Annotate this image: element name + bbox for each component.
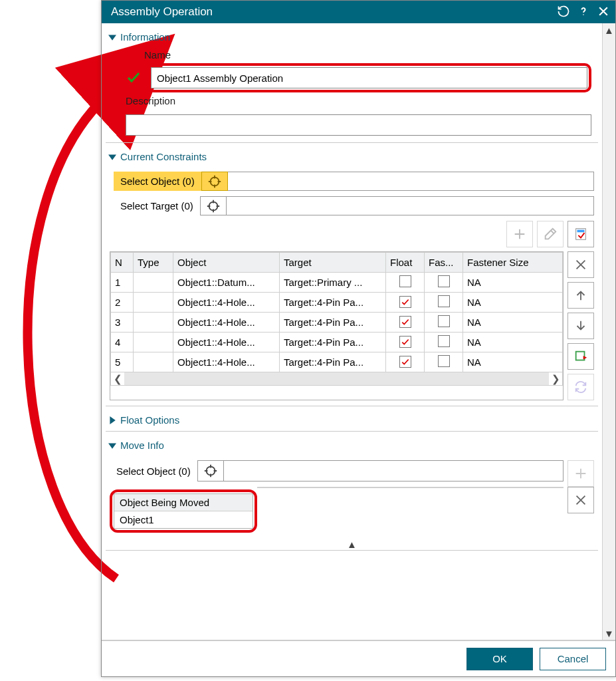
float-checkbox[interactable]	[399, 356, 411, 368]
float-checkbox[interactable]	[399, 316, 411, 328]
constraints-table[interactable]: N Type Object Target Float Fas... Fasten…	[110, 251, 564, 400]
object-being-moved-value[interactable]: Object1	[114, 511, 253, 528]
assembly-operation-dialog: Assembly Operation Information Name	[101, 0, 616, 677]
section-title: Current Constraints	[120, 151, 207, 162]
add-constraint-button[interactable]	[506, 221, 533, 247]
table-horizontal-scrollbar[interactable]: ❮❯	[110, 372, 563, 386]
select-target-slot[interactable]	[227, 196, 594, 215]
section-header-move-info[interactable]: Move Info	[106, 436, 598, 455]
table-row[interactable]: 4Object1::4-Hole...Target::4-Pin Pa...NA	[111, 333, 563, 352]
dialog-content: Information Name Description	[102, 23, 602, 640]
delete-row-button[interactable]	[567, 251, 594, 278]
svg-point-6	[206, 467, 215, 476]
fastener-checkbox[interactable]	[438, 315, 450, 327]
move-up-button[interactable]	[567, 282, 594, 309]
move-down-button[interactable]	[567, 313, 594, 339]
titlebar: Assembly Operation	[102, 1, 615, 23]
fastener-checkbox[interactable]	[438, 295, 450, 307]
move-select-object-row: Select Object (0)	[110, 460, 564, 481]
float-checkbox[interactable]	[399, 275, 411, 287]
select-target-label: Select Target (0)	[114, 196, 200, 215]
svg-rect-5	[576, 352, 585, 360]
dialog-title: Assembly Operation	[111, 5, 557, 19]
edit-constraint-button[interactable]	[537, 221, 564, 247]
move-select-object-slot[interactable]	[224, 460, 564, 481]
check-icon	[126, 69, 142, 87]
svg-point-3	[209, 202, 217, 210]
section-title: Float Options	[120, 414, 179, 426]
section-header-float-options[interactable]: Float Options	[106, 410, 598, 430]
select-target-pick-button[interactable]	[200, 196, 227, 215]
object-being-moved-highlight: Object Being Moved Object1	[110, 489, 257, 533]
svg-point-1	[583, 14, 584, 15]
fastener-checkbox[interactable]	[438, 275, 450, 287]
move-add-button[interactable]	[567, 460, 594, 487]
reset-icon[interactable]	[557, 5, 570, 20]
name-label: Name	[144, 47, 591, 63]
select-object-row: Select Object (0)	[114, 172, 594, 191]
dialog-footer: OK Cancel	[102, 640, 615, 676]
description-label: Description	[126, 92, 591, 109]
float-checkbox[interactable]	[399, 336, 411, 348]
constraint-preset-button[interactable]	[567, 221, 594, 247]
col-n[interactable]: N	[111, 253, 134, 273]
select-object-label: Select Object (0)	[114, 172, 201, 191]
svg-point-2	[210, 177, 219, 186]
select-object-slot[interactable]	[228, 172, 594, 191]
move-select-object-label: Select Object (0)	[110, 460, 197, 481]
table-row[interactable]: 5Object1::4-Hole...Target::4-Pin Pa...NA	[111, 352, 563, 372]
ok-button[interactable]: OK	[466, 648, 533, 670]
object-being-moved-header: Object Being Moved	[114, 494, 253, 511]
section-header-information[interactable]: Information	[106, 27, 598, 47]
select-object-pick-button[interactable]	[201, 172, 228, 191]
name-input-highlight	[147, 63, 591, 92]
apply-move-button[interactable]	[567, 343, 594, 370]
section-title: Information	[120, 31, 170, 43]
help-icon[interactable]	[577, 5, 590, 20]
description-input[interactable]	[126, 114, 591, 136]
move-select-object-pick-button[interactable]	[197, 460, 224, 481]
col-target[interactable]: Target	[280, 253, 386, 273]
select-target-row: Select Target (0)	[114, 196, 594, 215]
section-title: Move Info	[120, 440, 164, 451]
float-checkbox[interactable]	[399, 296, 411, 308]
table-row[interactable]: 2Object1::4-Hole...Target::4-Pin Pa...NA	[111, 293, 563, 313]
fastener-checkbox[interactable]	[438, 355, 450, 367]
cancel-button[interactable]: Cancel	[540, 648, 606, 670]
move-delete-button[interactable]	[567, 487, 594, 513]
col-fastener[interactable]: Fas...	[425, 253, 463, 273]
fastener-checkbox[interactable]	[438, 335, 450, 347]
refresh-button[interactable]	[567, 374, 594, 400]
col-type[interactable]: Type	[134, 253, 173, 273]
vertical-scrollbar[interactable]: ▲ ▼	[602, 23, 615, 640]
col-fastener-size[interactable]: Fastener Size	[463, 253, 563, 273]
section-header-current-constraints[interactable]: Current Constraints	[106, 147, 598, 166]
resize-grip[interactable]: ▲	[106, 539, 598, 549]
close-icon[interactable]	[597, 5, 610, 20]
col-float[interactable]: Float	[386, 253, 425, 273]
name-input[interactable]	[151, 67, 587, 88]
table-row[interactable]: 3Object1::4-Hole...Target::4-Pin Pa...NA	[111, 313, 563, 333]
table-row[interactable]: 1Object1::Datum...Target::Primary ...NA	[111, 273, 563, 293]
col-object[interactable]: Object	[173, 253, 280, 273]
object-being-moved-list[interactable]	[257, 487, 564, 488]
